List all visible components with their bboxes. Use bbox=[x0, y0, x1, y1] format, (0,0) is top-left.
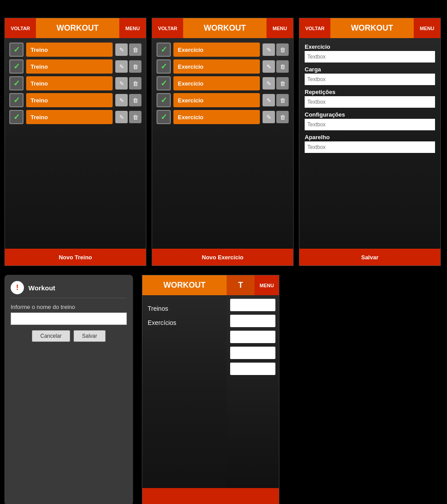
menu-menu-button[interactable]: MENU bbox=[255, 275, 279, 295]
menu-items-list: Treinos Exercícios bbox=[142, 295, 227, 488]
checkbox-e1[interactable]: ✓ bbox=[157, 43, 171, 57]
menu-right-panel: T MENU bbox=[227, 275, 279, 504]
menu-right-body bbox=[227, 295, 279, 488]
item-label-3[interactable]: Treino bbox=[26, 76, 113, 90]
checkbox-e2[interactable]: ✓ bbox=[157, 59, 171, 74]
novo-treino-button[interactable]: Novo Treino bbox=[5, 249, 146, 266]
screen2-body: ✓ Exercício ✎ 🗑 ✓ Exercício ✎ 🗑 ✓ Exercí… bbox=[152, 38, 293, 249]
item-actions-3: ✎ 🗑 bbox=[115, 77, 141, 90]
edit-button-2[interactable]: ✎ bbox=[115, 60, 128, 73]
list-item: ✓ Exercício ✎ 🗑 bbox=[157, 76, 289, 90]
label-carga: Carga bbox=[305, 66, 435, 73]
menu-item-exercicios[interactable]: Exercícios bbox=[148, 316, 221, 329]
exercicio-label-5[interactable]: Exercício bbox=[173, 110, 260, 124]
checkmark-icon: ✓ bbox=[161, 95, 167, 105]
checkbox-e3[interactable]: ✓ bbox=[157, 76, 171, 90]
list-item: ✓ Exercício ✎ 🗑 bbox=[157, 93, 289, 107]
field-aparelho: Aparelho bbox=[305, 134, 435, 153]
salvar-button[interactable]: Salvar bbox=[299, 249, 440, 266]
dialog-save-button[interactable]: Salvar bbox=[74, 330, 106, 342]
edit-icon: ✎ bbox=[119, 47, 124, 53]
checkbox-1[interactable]: ✓ bbox=[9, 43, 24, 57]
field-configuracoes: Configurações bbox=[305, 111, 435, 130]
edit-exercicio-1[interactable]: ✎ bbox=[263, 43, 275, 56]
title-1: WORKOUT bbox=[36, 18, 119, 38]
delete-button-2[interactable]: 🗑 bbox=[129, 60, 141, 73]
menu-right-item-4[interactable] bbox=[230, 347, 275, 359]
edit-exercicio-4[interactable]: ✎ bbox=[263, 94, 275, 106]
dialog-cancel-button[interactable]: Cancelar bbox=[32, 330, 70, 342]
list-item: ✓ Exercício ✎ 🗑 bbox=[157, 43, 289, 57]
checkmark-icon: ✓ bbox=[13, 112, 20, 122]
checkbox-4[interactable]: ✓ bbox=[9, 93, 24, 107]
list-item: ✓ Treino ✎ 🗑 bbox=[9, 76, 141, 90]
checkbox-3[interactable]: ✓ bbox=[9, 76, 24, 90]
menu-screen: WORKOUT Treinos Exercícios T MENU bbox=[142, 275, 279, 504]
item-label-2[interactable]: Treino bbox=[26, 59, 113, 74]
menu-t-button[interactable]: T bbox=[227, 275, 255, 295]
edit-exercicio-3[interactable]: ✎ bbox=[263, 77, 275, 90]
checkbox-e5[interactable]: ✓ bbox=[157, 110, 171, 124]
dialog-title: Workout bbox=[28, 284, 55, 292]
back-button-2[interactable]: VOLTAR bbox=[152, 18, 183, 38]
edit-icon: ✎ bbox=[119, 80, 124, 87]
label-aparelho: Aparelho bbox=[305, 134, 435, 141]
delete-exercicio-2[interactable]: 🗑 bbox=[276, 60, 289, 73]
menu-right-item-3[interactable] bbox=[230, 331, 275, 343]
back-button-1[interactable]: VOLTAR bbox=[5, 18, 36, 38]
edit-button-4[interactable]: ✎ bbox=[115, 94, 128, 106]
exercicio-label-2[interactable]: Exercício bbox=[173, 59, 260, 74]
delete-button-3[interactable]: 🗑 bbox=[129, 77, 141, 90]
exercicio-label-4[interactable]: Exercício bbox=[173, 93, 260, 107]
list-item: ✓ Exercício ✎ 🗑 bbox=[157, 59, 289, 74]
list-item: ✓ Treino ✎ 🗑 bbox=[9, 93, 141, 107]
edit-button-5[interactable]: ✎ bbox=[115, 111, 128, 123]
input-aparelho[interactable] bbox=[305, 141, 435, 153]
dialog-input[interactable] bbox=[11, 313, 127, 325]
input-configuracoes[interactable] bbox=[305, 119, 435, 130]
delete-button-5[interactable]: 🗑 bbox=[129, 111, 141, 123]
checkbox-5[interactable]: ✓ bbox=[9, 110, 24, 124]
menu-button-2[interactable]: MENU bbox=[267, 18, 293, 38]
input-repeticoes[interactable] bbox=[305, 96, 435, 108]
input-carga[interactable] bbox=[305, 74, 435, 85]
checkmark-icon: ✓ bbox=[13, 45, 20, 55]
edit-button-1[interactable]: ✎ bbox=[115, 43, 128, 56]
label-configuracoes: Configurações bbox=[305, 111, 435, 118]
menu-right-item-5[interactable] bbox=[230, 363, 275, 375]
input-exercicio[interactable] bbox=[305, 51, 435, 63]
edit-exercicio-2[interactable]: ✎ bbox=[263, 60, 275, 73]
menu-right-item-2[interactable] bbox=[230, 315, 275, 327]
edit-icon: ✎ bbox=[119, 63, 124, 70]
novo-exercicio-button[interactable]: Novo Exercício bbox=[152, 249, 293, 266]
exercicio-label-3[interactable]: Exercício bbox=[173, 76, 260, 90]
list-item: ✓ Treino ✎ 🗑 bbox=[9, 110, 141, 124]
delete-button-1[interactable]: 🗑 bbox=[129, 43, 141, 56]
item-actions-2: ✎ 🗑 bbox=[115, 60, 141, 73]
menu-right-item-1[interactable] bbox=[230, 299, 275, 311]
edit-button-3[interactable]: ✎ bbox=[115, 77, 128, 90]
delete-exercicio-1[interactable]: 🗑 bbox=[276, 43, 289, 56]
menu-right-footer bbox=[227, 488, 279, 504]
item-label-5[interactable]: Treino bbox=[26, 110, 113, 124]
edit-exercicio-5[interactable]: ✎ bbox=[263, 111, 275, 123]
label-exercicio: Exercício bbox=[305, 43, 435, 50]
label-repeticoes: Repetições bbox=[305, 89, 435, 95]
delete-exercicio-3[interactable]: 🗑 bbox=[276, 77, 289, 90]
checkmark-icon: ✓ bbox=[13, 78, 20, 88]
back-button-3[interactable]: VOLTAR bbox=[299, 18, 330, 38]
trash-icon: 🗑 bbox=[133, 63, 138, 70]
menu-button-3[interactable]: MENU bbox=[414, 18, 440, 38]
trash-icon: 🗑 bbox=[280, 47, 286, 53]
exercicio-label-1[interactable]: Exercício bbox=[173, 43, 260, 57]
delete-exercicio-5[interactable]: 🗑 bbox=[276, 111, 289, 123]
item-label-4[interactable]: Treino bbox=[26, 93, 113, 107]
delete-exercicio-4[interactable]: 🗑 bbox=[276, 94, 289, 106]
delete-button-4[interactable]: 🗑 bbox=[129, 94, 141, 106]
menu-item-treinos[interactable]: Treinos bbox=[148, 302, 221, 315]
menu-button-1[interactable]: MENU bbox=[119, 18, 146, 38]
checkbox-e4[interactable]: ✓ bbox=[157, 93, 171, 107]
item-label-1[interactable]: Treino bbox=[26, 43, 113, 57]
checkbox-2[interactable]: ✓ bbox=[9, 59, 24, 74]
exercicio-actions-4: ✎ 🗑 bbox=[263, 94, 289, 106]
